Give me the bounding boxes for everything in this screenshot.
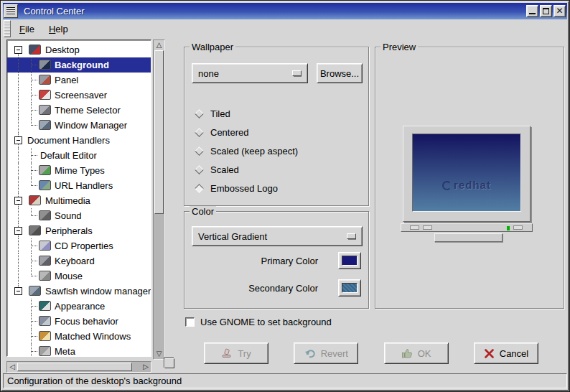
tree-guide-line (18, 103, 19, 118)
meta-icon (39, 346, 51, 356)
scroll-left-icon[interactable]: ◁ (7, 362, 17, 372)
tree-item-mime-types[interactable]: Mime Types (7, 163, 151, 178)
resize-grip[interactable] (164, 358, 174, 368)
radio-diamond-icon[interactable] (195, 146, 204, 156)
tree-item-peripherals[interactable]: Peripherals (7, 223, 151, 238)
tree-item-multimedia[interactable]: Multimedia (7, 193, 151, 208)
tree-expander-minus[interactable] (14, 136, 22, 144)
settings-pane: Wallpaper none Browse... TiledCenteredSc… (178, 38, 567, 372)
control-center-window: Control Center ✕ File Help DesktopBackgr… (0, 0, 570, 392)
secondary-color-swatch[interactable] (338, 279, 361, 297)
tree-item-meta[interactable]: Meta (7, 344, 151, 357)
tree-expander-minus[interactable] (14, 227, 22, 235)
menu-help-label: Help (49, 24, 68, 34)
tree-expander-minus[interactable] (14, 287, 22, 295)
use-gnome-checkbox-row[interactable]: Use GNOME to set background (185, 317, 332, 327)
tree-guide-stub (32, 215, 37, 216)
menu-file[interactable]: File (12, 19, 42, 38)
redhat-logo-text: redhat (454, 179, 491, 191)
cancel-button[interactable]: Cancel (474, 342, 538, 364)
tree-horizontal-scrollbar[interactable]: ◁ ▷ (6, 361, 151, 373)
tree-item-matched-windows[interactable]: Matched Windows (7, 329, 151, 344)
tree-item-background[interactable]: Background (7, 57, 151, 73)
radio-centered[interactable]: Centered (195, 126, 298, 138)
tree-item-label: Keyboard (55, 256, 95, 266)
horizontal-scroll-thumb[interactable] (17, 363, 132, 371)
radio-label: Scaled (keep aspect) (210, 146, 298, 157)
tree-item-default-editor[interactable]: Default Editor (7, 148, 151, 163)
menu-help[interactable]: Help (42, 19, 75, 38)
tree-item-appearance[interactable]: Appearance (7, 299, 151, 314)
peripherals-icon (29, 225, 41, 235)
ok-button[interactable]: OK (384, 342, 449, 364)
button-label: OK (418, 348, 431, 359)
vertical-scroll-thumb[interactable] (154, 50, 164, 214)
tree-guide-stub (32, 110, 37, 111)
tree-item-keyboard[interactable]: Keyboard (7, 253, 151, 269)
maximize-button[interactable] (540, 5, 552, 17)
tree-item-label: Window Manager (55, 120, 127, 131)
browse-button[interactable]: Browse... (317, 63, 363, 83)
primary-color-swatch[interactable] (338, 252, 361, 269)
radio-diamond-icon[interactable] (195, 128, 204, 137)
monitor-button-icon (513, 225, 523, 230)
tree-guide-stub (32, 155, 37, 156)
window-menu-icon[interactable] (4, 4, 18, 18)
tree-item-url-handlers[interactable]: URL Handlers (7, 178, 151, 193)
try-button[interactable]: Try (204, 342, 268, 364)
tree-item-sawfish-window-manager[interactable]: Sawfish window manager (7, 284, 151, 299)
gradient-type-dropdown[interactable]: Vertical Gradient (192, 226, 363, 246)
tree-item-sound[interactable]: Sound (7, 208, 151, 223)
revert-icon (304, 348, 316, 358)
tree-item-panel[interactable]: Panel (7, 73, 151, 88)
close-button[interactable]: ✕ (553, 5, 566, 17)
radio-tiled[interactable]: Tiled (195, 108, 298, 119)
radio-diamond-icon[interactable] (195, 109, 204, 118)
tree-item-label: Panel (55, 75, 78, 85)
scroll-up-icon[interactable]: △ (154, 40, 164, 50)
try-icon (221, 348, 233, 358)
revert-button[interactable]: Revert (294, 342, 358, 364)
power-led-icon (507, 226, 510, 230)
tree-item-cd-properties[interactable]: CD Properties (7, 238, 151, 253)
wallpaper-dropdown[interactable]: none (192, 63, 308, 83)
minimize-button[interactable] (526, 5, 538, 17)
use-gnome-checkbox[interactable] (185, 317, 195, 327)
monitor-screen: redhat (412, 134, 521, 212)
wallpaper-frame: Wallpaper none Browse... TiledCenteredSc… (184, 47, 369, 206)
monitor-button-icon (410, 225, 419, 230)
monitor-base (401, 223, 533, 232)
radio-diamond-icon[interactable] (195, 165, 204, 174)
tree-vertical-scrollbar[interactable]: △ ▽ (153, 39, 165, 360)
radio-embossed-logo[interactable]: Embossed Logo (195, 182, 298, 194)
gradient-type-value: Vertical Gradient (192, 231, 347, 242)
button-label: Revert (321, 348, 348, 359)
tree-item-label: URL Handlers (55, 180, 113, 191)
tree-item-window-manager[interactable]: Window Manager (7, 118, 151, 133)
scroll-down-icon[interactable]: ▽ (154, 349, 164, 359)
tree-item-mouse[interactable]: Mouse (7, 269, 151, 284)
tree-item-focus-behavior[interactable]: Focus behavior (7, 314, 151, 329)
mime-types-icon (39, 165, 51, 175)
radio-label: Embossed Logo (210, 183, 278, 194)
radio-scaled[interactable]: Scaled (195, 164, 298, 175)
tree-expander-minus[interactable] (14, 46, 22, 54)
tree-item-document-handlers[interactable]: Document Handlers (7, 133, 151, 148)
tree-item-screensaver[interactable]: Screensaver (7, 88, 151, 103)
tree-guide-line (18, 163, 19, 178)
url-handlers-icon (39, 180, 51, 190)
tree-expander-minus[interactable] (14, 197, 22, 205)
tree-guide-line (18, 57, 19, 73)
radio-scaled-keep-aspect[interactable]: Scaled (keep aspect) (195, 145, 298, 157)
radio-label: Scaled (210, 164, 239, 175)
background-icon (39, 60, 51, 70)
radio-diamond-icon[interactable] (195, 184, 204, 193)
titlebar[interactable]: Control Center ✕ (3, 3, 567, 19)
redhat-swirl-icon (442, 181, 452, 190)
monitor-preview: redhat (403, 126, 531, 222)
menubar-drag-handle[interactable] (4, 20, 11, 37)
tree-item-desktop[interactable]: Desktop (7, 42, 151, 57)
screensaver-icon (39, 90, 51, 100)
scroll-right-icon[interactable]: ▷ (141, 362, 151, 372)
tree-item-theme-selector[interactable]: Theme Selector (7, 103, 151, 118)
